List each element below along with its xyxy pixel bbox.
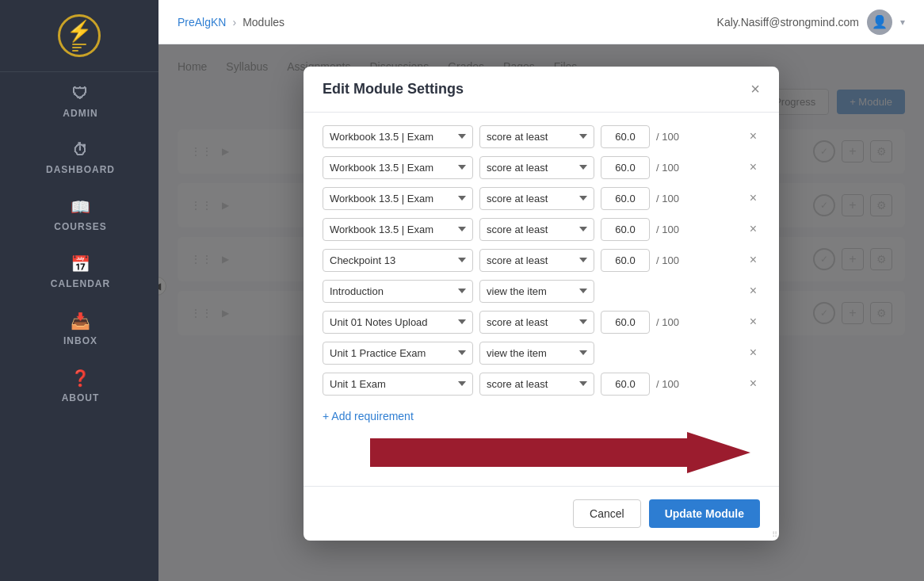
remove-requirement-button[interactable]: × (746, 220, 760, 239)
requirement-row: Workbook 13.2 | ExamWorkbook 13.3 | Read… (323, 187, 760, 210)
requirement-score-input[interactable] (601, 187, 650, 210)
update-module-button[interactable]: Update Module (649, 499, 760, 528)
remove-requirement-button[interactable]: × (746, 312, 760, 331)
sidebar-item-courses[interactable]: 📖 COURSES (0, 185, 158, 242)
topbar-user: Kaly.Nasiff@strongmind.com 👤 ▾ (717, 10, 905, 35)
sidebar-item-calendar[interactable]: 📅 CALENDAR (0, 242, 158, 299)
sidebar-item-inbox-label: INBOX (63, 335, 97, 346)
breadcrumb-link[interactable]: PreAlgKN (178, 16, 226, 29)
requirement-max-label: / 100 (656, 224, 679, 235)
requirement-row: Workbook 13.2 | ExamWorkbook 13.3 | Read… (323, 373, 760, 396)
resize-handle[interactable]: ⠿ (768, 529, 779, 541)
add-requirement-container: + Add requirement (323, 403, 760, 473)
sidebar-nav: 🛡 ADMIN ⏱ DASHBOARD 📖 COURSES 📅 CALENDAR… (0, 72, 158, 581)
annotation-arrow (323, 432, 760, 473)
sidebar-logo: ⚡ (0, 0, 158, 72)
dashboard-icon: ⏱ (72, 141, 89, 159)
requirement-max-label: / 100 (656, 193, 679, 204)
user-menu-chevron[interactable]: ▾ (900, 17, 905, 28)
logo-icon: ⚡ (58, 14, 101, 57)
cancel-button[interactable]: Cancel (573, 499, 641, 528)
requirement-item-select[interactable]: Workbook 13.2 | ExamWorkbook 13.3 | Read… (323, 218, 473, 241)
sidebar: ⚡ 🛡 ADMIN ⏱ DASHBOARD 📖 COURSES 📅 CALEND… (0, 0, 158, 581)
requirement-condition-select[interactable]: score at leastview the itemcontribute to… (479, 125, 594, 148)
requirement-row: Workbook 13.2 | ExamWorkbook 13.3 | Read… (323, 218, 760, 241)
sidebar-item-dashboard-label: DASHBOARD (46, 164, 115, 175)
requirement-condition-select[interactable]: score at leastview the itemcontribute to… (479, 373, 594, 396)
requirement-condition-select[interactable]: score at leastview the itemcontribute to… (479, 156, 594, 179)
remove-requirement-button[interactable]: × (746, 158, 760, 177)
modal-footer: Cancel Update Module (304, 486, 779, 541)
courses-icon: 📖 (71, 197, 91, 216)
requirement-score-input[interactable] (601, 156, 650, 179)
requirement-score-input[interactable] (601, 218, 650, 241)
requirement-row: Workbook 13.2 | ExamWorkbook 13.3 | Read… (323, 342, 760, 365)
remove-requirement-button[interactable]: × (746, 281, 760, 300)
requirement-item-select[interactable]: Workbook 13.2 | ExamWorkbook 13.3 | Read… (323, 311, 473, 334)
modal-title: Edit Module Settings (323, 81, 464, 97)
edit-module-modal: Edit Module Settings × Workbook 13.2 | E… (304, 67, 779, 541)
user-email: Kaly.Nasiff@strongmind.com (717, 16, 859, 29)
requirement-score-input[interactable] (601, 125, 650, 148)
modal-header: Edit Module Settings × (304, 67, 779, 113)
requirement-condition-select[interactable]: score at leastview the itemcontribute to… (479, 280, 594, 303)
requirement-score-input[interactable] (601, 249, 650, 272)
requirement-max-label: / 100 (656, 162, 679, 174)
page-content: Home Syllabus Assignments Discussions Gr… (158, 44, 924, 581)
remove-requirement-button[interactable]: × (746, 250, 760, 269)
requirement-max-label: / 100 (656, 131, 679, 143)
remove-requirement-button[interactable]: × (746, 189, 760, 208)
resize-dots-icon: ⠿ (772, 531, 777, 539)
modal-body: Workbook 13.2 | ExamWorkbook 13.3 | Read… (304, 113, 779, 486)
requirement-item-select[interactable]: Workbook 13.2 | ExamWorkbook 13.3 | Read… (323, 373, 473, 396)
sidebar-item-admin[interactable]: 🛡 ADMIN (0, 72, 158, 128)
topbar: PreAlgKN › Modules Kaly.Nasiff@strongmin… (158, 0, 924, 44)
breadcrumb: PreAlgKN › Modules (178, 16, 284, 29)
user-avatar: 👤 (867, 10, 892, 35)
requirement-condition-select[interactable]: score at leastview the itemcontribute to… (479, 218, 594, 241)
main-content: PreAlgKN › Modules Kaly.Nasiff@strongmin… (158, 0, 924, 581)
sidebar-item-courses-label: COURSES (54, 221, 106, 232)
arrow-icon (323, 432, 750, 473)
requirement-row: Workbook 13.2 | ExamWorkbook 13.3 | Read… (323, 156, 760, 179)
requirement-max-label: / 100 (656, 316, 679, 328)
logo-line-2 (72, 47, 82, 48)
logo-lines (72, 44, 86, 52)
requirement-item-select[interactable]: Workbook 13.2 | ExamWorkbook 13.3 | Read… (323, 280, 473, 303)
requirement-item-select[interactable]: Workbook 13.2 | ExamWorkbook 13.3 | Read… (323, 249, 473, 272)
sidebar-item-admin-label: ADMIN (63, 108, 97, 119)
requirement-condition-select[interactable]: score at leastview the itemcontribute to… (479, 311, 594, 334)
requirement-row: Workbook 13.2 | ExamWorkbook 13.3 | Read… (323, 311, 760, 334)
logo-line-3 (72, 50, 78, 52)
requirement-item-select[interactable]: Workbook 13.2 | ExamWorkbook 13.3 | Read… (323, 125, 473, 148)
requirement-score-input[interactable] (601, 373, 650, 396)
sidebar-item-calendar-label: CALENDAR (51, 278, 110, 289)
inbox-icon: 📥 (71, 312, 91, 331)
breadcrumb-current: Modules (242, 16, 284, 29)
requirement-max-label: / 100 (656, 254, 679, 266)
sidebar-item-about[interactable]: ❓ ABOUT (0, 356, 158, 413)
requirement-row: Workbook 13.2 | ExamWorkbook 13.3 | Read… (323, 249, 760, 272)
modal-close-button[interactable]: × (750, 81, 760, 97)
sidebar-item-dashboard[interactable]: ⏱ DASHBOARD (0, 128, 158, 185)
requirement-item-select[interactable]: Workbook 13.2 | ExamWorkbook 13.3 | Read… (323, 187, 473, 210)
remove-requirement-button[interactable]: × (746, 374, 760, 393)
remove-requirement-button[interactable]: × (746, 127, 760, 146)
requirement-item-select[interactable]: Workbook 13.2 | ExamWorkbook 13.3 | Read… (323, 342, 473, 365)
requirement-condition-select[interactable]: score at leastview the itemcontribute to… (479, 249, 594, 272)
requirement-condition-select[interactable]: score at leastview the itemcontribute to… (479, 187, 594, 210)
sidebar-item-about-label: ABOUT (62, 392, 100, 403)
about-icon: ❓ (71, 369, 91, 388)
sidebar-item-inbox[interactable]: 📥 INBOX (0, 299, 158, 356)
calendar-icon: 📅 (71, 254, 91, 273)
requirement-row: Workbook 13.2 | ExamWorkbook 13.3 | Read… (323, 125, 760, 148)
add-requirement-button[interactable]: + Add requirement (323, 403, 760, 429)
breadcrumb-separator: › (232, 16, 236, 29)
svg-marker-0 (370, 432, 750, 473)
requirement-condition-select[interactable]: score at leastview the itemcontribute to… (479, 342, 594, 365)
remove-requirement-button[interactable]: × (746, 343, 760, 362)
admin-icon: 🛡 (72, 85, 89, 103)
requirement-score-input[interactable] (601, 311, 650, 334)
bolt-icon: ⚡ (67, 21, 92, 41)
requirement-item-select[interactable]: Workbook 13.2 | ExamWorkbook 13.3 | Read… (323, 156, 473, 179)
